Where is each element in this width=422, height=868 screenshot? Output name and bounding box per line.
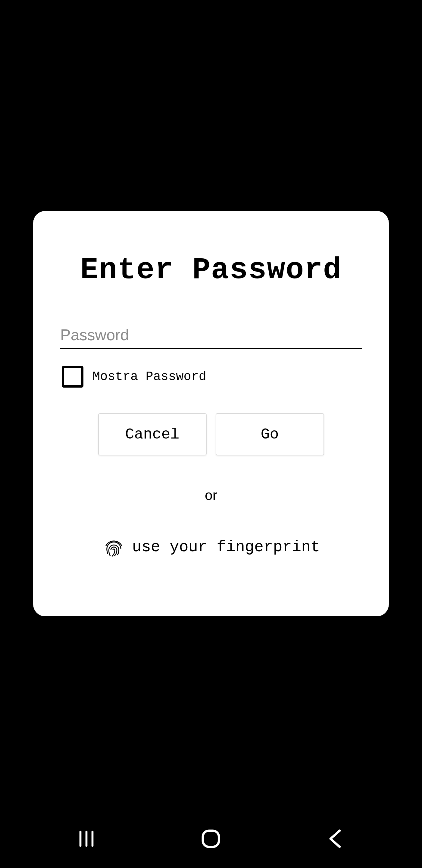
- navigation-bar: [0, 811, 422, 868]
- fingerprint-option[interactable]: use your fingerprint: [60, 535, 362, 559]
- svg-rect-3: [203, 831, 219, 846]
- nav-home-button[interactable]: [191, 820, 230, 859]
- nav-recents-button[interactable]: [67, 820, 106, 859]
- nav-back-button[interactable]: [316, 820, 355, 859]
- fingerprint-label: use your fingerprint: [132, 538, 320, 556]
- show-password-checkbox[interactable]: [62, 366, 84, 388]
- cancel-button[interactable]: Cancel: [98, 413, 207, 456]
- home-icon: [199, 827, 223, 852]
- recents-icon: [74, 827, 98, 852]
- or-separator: or: [60, 487, 362, 503]
- go-button[interactable]: Go: [216, 413, 324, 456]
- show-password-label: Mostra Password: [93, 370, 206, 384]
- password-dialog: Enter Password Mostra Password Cancel Go…: [33, 211, 389, 616]
- fingerprint-icon: [102, 535, 126, 559]
- password-input[interactable]: [60, 323, 362, 349]
- show-password-row[interactable]: Mostra Password: [60, 366, 362, 388]
- back-icon: [324, 827, 348, 852]
- dialog-title: Enter Password: [60, 253, 362, 287]
- button-row: Cancel Go: [60, 413, 362, 456]
